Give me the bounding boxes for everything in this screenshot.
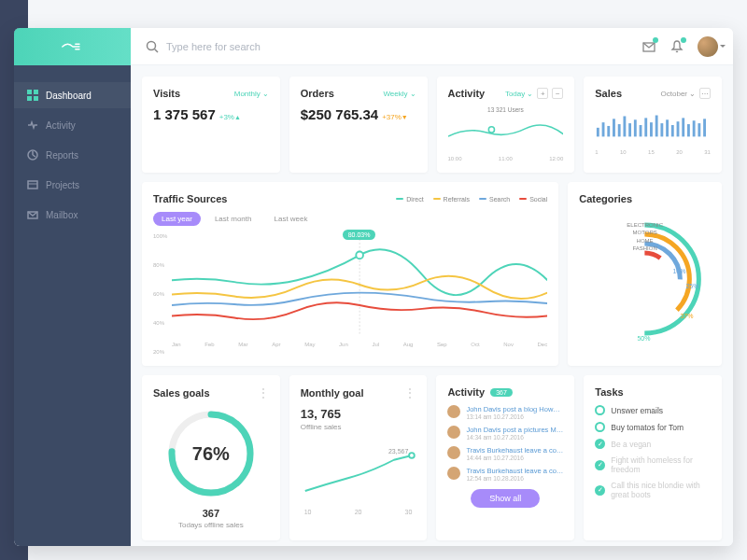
grid-icon [27, 90, 38, 101]
activity-icon [27, 119, 38, 131]
task-text: Fight with homeless for freedom [611, 455, 711, 474]
sales-gauge: 76% [164, 407, 258, 500]
caret-down-icon: ▼ [402, 114, 408, 120]
sidebar-item-dashboard[interactable]: Dashboard [14, 82, 131, 108]
categories-chart: ELECTRONIC MOTORS HOME FASHION 10% 25% [579, 214, 711, 344]
task-item[interactable]: Fight with homeless for freedom [595, 455, 711, 474]
plus-button[interactable]: + [537, 88, 548, 99]
avatar[interactable] [698, 36, 718, 57]
nav: Dashboard Activity Reports Projects Mail… [14, 65, 131, 245]
activity-text: John Davis post a pictures M… [466, 426, 563, 434]
svg-point-8 [148, 41, 156, 49]
task-item[interactable]: Call this nice blondie with great boots [595, 481, 711, 499]
activity-item[interactable]: John Davis post a blog How…13:14 am 10.2… [447, 405, 563, 420]
bell-icon[interactable] [669, 39, 684, 54]
axis-tick: Nov [503, 342, 514, 347]
task-text: Unswer emails [611, 406, 663, 415]
logo[interactable] [14, 28, 131, 65]
checkbox-checked-icon[interactable] [595, 460, 605, 470]
axis-tick: 20 [355, 509, 362, 515]
kpi-delta: +3% [219, 113, 234, 121]
projects-icon [27, 179, 38, 190]
activity-time: 14:44 am 10.27.2016 [466, 455, 563, 461]
filter-last-year[interactable]: Last year [153, 212, 201, 226]
task-item[interactable]: Unswer emails [595, 405, 711, 415]
checkbox-icon[interactable] [595, 422, 605, 432]
axis-tick: 20% [153, 349, 167, 355]
axis-tick: May [304, 342, 315, 347]
more-icon[interactable]: ⋮ [258, 386, 269, 399]
task-item[interactable]: Be a vegan [595, 439, 711, 449]
task-item[interactable]: Buy tomatos for Tom [595, 422, 711, 432]
svg-rect-25 [666, 119, 669, 136]
cat-label: ELECTRONIC [627, 221, 663, 229]
sidebar-item-mailbox[interactable]: Mailbox [14, 202, 131, 228]
more-icon[interactable]: ⋮ [404, 386, 416, 399]
avatar-icon [447, 446, 460, 459]
checkbox-checked-icon[interactable] [595, 485, 605, 496]
axis-tick: Apr [272, 342, 280, 347]
activity-item[interactable]: Travis Burkehaust leave a co…12:54 am 10… [447, 467, 563, 482]
kpi-period-dropdown[interactable]: Today⌄ [505, 90, 533, 98]
topbar [131, 28, 733, 65]
avatar-icon [447, 467, 460, 480]
show-all-button[interactable]: Show all [471, 489, 540, 508]
activity-item[interactable]: Travis Burkehaust leave a co…14:44 am 10… [447, 446, 563, 461]
svg-rect-32 [703, 119, 706, 136]
axis-tick: Jul [372, 342, 379, 347]
sales-bars [595, 106, 711, 144]
reports-icon [27, 149, 38, 161]
activity-text: Travis Burkehaust leave a co… [466, 467, 563, 475]
chart-annotation: 80.03% [343, 230, 376, 240]
chart-legend: Direct Referrals Search Social [396, 196, 547, 203]
cat-label: MOTORS [627, 229, 663, 236]
axis-tick: 1 [595, 149, 598, 155]
activity-time: 12:54 am 10.28.2016 [466, 475, 563, 482]
sidebar-item-reports[interactable]: Reports [14, 142, 131, 168]
kpi-period-dropdown[interactable]: Monthly⌄ [234, 90, 269, 98]
more-button[interactable]: ⋯ [699, 88, 711, 99]
axis-tick: 100% [153, 233, 167, 239]
sidebar-item-activity[interactable]: Activity [14, 112, 131, 138]
checkbox-icon[interactable] [595, 405, 605, 415]
axis-tick: 15 [648, 149, 655, 155]
activity-time: 13:14 am 10.27.2016 [466, 413, 563, 420]
cat-value: 25% [686, 283, 699, 289]
monthly-goal-value: 13, 765 [301, 407, 416, 421]
filter-last-month[interactable]: Last month [206, 212, 261, 226]
axis-tick: Feb [204, 342, 214, 347]
sidebar-item-label: Projects [46, 180, 79, 190]
axis-tick: 10 [620, 149, 627, 155]
logo-icon [60, 38, 86, 55]
search-input[interactable] [166, 41, 353, 52]
mail-icon[interactable] [641, 39, 656, 54]
kpi-period-dropdown[interactable]: Weekly⌄ [383, 90, 416, 98]
svg-point-38 [619, 253, 671, 305]
axis-tick: Aug [403, 342, 414, 347]
kpi-sales: Sales October⌄ ⋯ 110152031 [584, 77, 722, 173]
svg-rect-12 [597, 128, 599, 137]
checkbox-checked-icon[interactable] [595, 439, 605, 449]
card-title: Sales goals [153, 387, 210, 399]
minus-button[interactable]: − [552, 88, 563, 99]
tasks-card: Tasks Unswer emails Buy tomatos for Tom … [584, 375, 722, 540]
axis-tick: 40% [153, 320, 167, 326]
card-title: Monthly goal [301, 387, 364, 399]
svg-rect-3 [34, 96, 38, 101]
kpi-period-dropdown[interactable]: October⌄ [661, 90, 696, 98]
cat-label: FASHION [627, 245, 663, 252]
task-text: Call this nice blondie with great boots [611, 481, 711, 499]
svg-point-41 [409, 453, 415, 458]
cat-label: HOME [627, 237, 663, 245]
activity-sparkline [448, 113, 564, 150]
gauge-percent: 76% [192, 443, 230, 465]
activity-item[interactable]: John Davis post a pictures M…14:34 am 10… [447, 426, 563, 441]
legend-item: Search [479, 196, 510, 203]
monthly-goal-card: Monthly goal ⋮ 13, 765 Offline sales 23,… [289, 375, 428, 540]
gauge-sub: 367 [153, 508, 269, 519]
sidebar-item-projects[interactable]: Projects [14, 172, 131, 198]
legend-item: Referrals [433, 196, 470, 203]
filter-last-week[interactable]: Last week [265, 212, 316, 226]
axis-tick: 10:00 [448, 156, 462, 161]
cat-value: 50% [638, 335, 651, 342]
